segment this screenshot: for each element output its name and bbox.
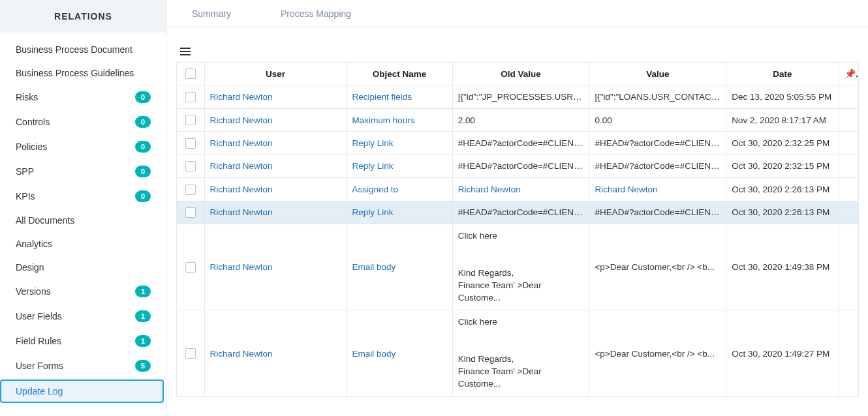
- sidebar-item-label: Business Process Guidelines: [16, 68, 134, 78]
- badge: 1: [135, 310, 151, 322]
- cell-old-value: Richard Newton: [452, 178, 589, 201]
- cell-value: <p>Dear Customer,<br /> <b...: [589, 310, 726, 396]
- row-checkbox[interactable]: [185, 138, 196, 149]
- sidebar-item-label: Versions: [16, 286, 51, 297]
- cell-object-name[interactable]: Reply Link: [347, 155, 452, 177]
- sidebar-item-label: User Forms: [16, 361, 63, 371]
- table-row[interactable]: Richard NewtonMaximum hours2.000.00Nov 2…: [177, 108, 859, 131]
- cell-object-name[interactable]: Recipient fields: [347, 85, 452, 108]
- sidebar-item-user-fields[interactable]: User Fields1: [0, 304, 166, 329]
- sidebar-item-label: Controls: [16, 117, 50, 127]
- cell-value: #HEAD#?actorCode=#CLIENT...: [589, 201, 726, 224]
- cell-value: #HEAD#?actorCode=#CLIENT...: [589, 155, 726, 177]
- row-checkbox-cell: [177, 224, 205, 310]
- sidebar-item-policies[interactable]: Policies0: [0, 134, 166, 159]
- table-row[interactable]: Richard NewtonEmail bodyClick here Kind …: [177, 310, 859, 396]
- row-checkbox-cell: [177, 108, 205, 131]
- sidebar-item-field-rules[interactable]: Field Rules1: [0, 329, 166, 353]
- badge: 0: [135, 116, 151, 128]
- cell-pin: [839, 201, 858, 224]
- header-pin[interactable]: 📌: [839, 63, 858, 85]
- cell-old-value: #HEAD#?actorCode=#CLIENT...: [452, 201, 589, 224]
- badge: 0: [135, 190, 151, 202]
- table-row[interactable]: Richard NewtonEmail bodyClick here Kind …: [177, 224, 859, 310]
- column-header-old-value[interactable]: Old Value: [452, 63, 589, 85]
- cell-user[interactable]: Richard Newton: [204, 224, 347, 310]
- sidebar-item-kpis[interactable]: KPIs0: [0, 184, 166, 209]
- column-header-object-name[interactable]: Object Name: [347, 63, 452, 85]
- row-checkbox[interactable]: [185, 262, 196, 273]
- row-checkbox[interactable]: [185, 92, 196, 102]
- badge: 0: [135, 91, 151, 103]
- sidebar-item-update-log[interactable]: Update Log: [0, 379, 164, 403]
- sidebar-item-versions[interactable]: Versions1: [0, 279, 166, 304]
- row-checkbox[interactable]: [185, 115, 196, 125]
- cell-value: 0.00: [589, 108, 726, 131]
- cell-user[interactable]: Richard Newton: [204, 155, 347, 177]
- sidebar-item-business-process-document[interactable]: Business Process Document: [0, 38, 166, 61]
- cell-pin: [839, 155, 858, 177]
- tab-process-mapping[interactable]: Process Mapping: [269, 1, 363, 27]
- sidebar-item-business-process-guidelines[interactable]: Business Process Guidelines: [0, 61, 166, 85]
- sidebar-items: Business Process DocumentBusiness Proces…: [0, 33, 166, 416]
- sidebar: RELATIONS Business Process DocumentBusin…: [0, 0, 167, 416]
- table-row[interactable]: Richard NewtonReply Link#HEAD#?actorCode…: [177, 132, 859, 155]
- select-all-checkbox[interactable]: [185, 68, 196, 79]
- cell-value: #HEAD#?actorCode=#CLIENT...: [589, 132, 726, 155]
- cell-date: Oct 30, 2020 2:32:15 PM: [726, 155, 839, 177]
- sidebar-item-analytics[interactable]: Analytics: [0, 232, 166, 256]
- sidebar-item-user-forms[interactable]: User Forms5: [0, 353, 166, 378]
- column-header-user[interactable]: User: [204, 63, 347, 85]
- cell-object-name[interactable]: Assigned to: [347, 178, 452, 201]
- column-header-value[interactable]: Value: [589, 63, 726, 85]
- sidebar-title: RELATIONS: [0, 0, 166, 33]
- cell-value: Richard Newton: [589, 178, 726, 201]
- row-checkbox-cell: [177, 310, 205, 396]
- sidebar-item-label: User Fields: [16, 311, 62, 321]
- sidebar-item-design[interactable]: Design: [0, 256, 166, 279]
- sidebar-item-risks[interactable]: Risks0: [0, 85, 166, 110]
- hamburger-icon[interactable]: [180, 48, 191, 55]
- badge: 0: [135, 141, 151, 153]
- cell-object-name[interactable]: Reply Link: [347, 201, 452, 224]
- cell-date: Oct 30, 2020 2:26:13 PM: [726, 201, 839, 224]
- table-row[interactable]: Richard NewtonAssigned toRichard NewtonR…: [177, 178, 859, 201]
- row-checkbox-cell: [177, 178, 205, 201]
- cell-old-value: 2.00: [452, 108, 589, 131]
- row-checkbox[interactable]: [185, 207, 196, 218]
- table-row[interactable]: Richard NewtonReply Link#HEAD#?actorCode…: [177, 155, 859, 177]
- row-checkbox[interactable]: [185, 348, 196, 359]
- table-row[interactable]: Richard NewtonRecipient fields[{"id":"JP…: [177, 85, 859, 108]
- table-row[interactable]: Richard NewtonReply Link#HEAD#?actorCode…: [177, 201, 859, 224]
- sidebar-item-spp[interactable]: SPP0: [0, 159, 166, 184]
- row-checkbox[interactable]: [185, 161, 196, 171]
- cell-date: Oct 30, 2020 2:26:13 PM: [726, 178, 839, 201]
- cell-old-value: Click here Kind Regards,Finance Team' >D…: [452, 224, 589, 310]
- sidebar-item-all-documents[interactable]: All Documents: [0, 209, 166, 232]
- row-checkbox-cell: [177, 155, 205, 177]
- tab-summary[interactable]: Summary: [180, 1, 243, 27]
- cell-date: Oct 30, 2020 1:49:38 PM: [726, 224, 839, 310]
- sidebar-item-controls[interactable]: Controls0: [0, 110, 166, 134]
- cell-object-name[interactable]: Reply Link: [347, 132, 452, 155]
- cell-object-name[interactable]: Maximum hours: [347, 108, 452, 131]
- cell-object-name[interactable]: Email body: [347, 310, 452, 396]
- cell-user[interactable]: Richard Newton: [204, 108, 347, 131]
- cell-object-name[interactable]: Email body: [347, 224, 452, 310]
- cell-old-value: Click here Kind Regards,Finance Team' >D…: [452, 310, 589, 396]
- column-header-date[interactable]: Date: [726, 63, 839, 85]
- cell-user[interactable]: Richard Newton: [204, 132, 347, 155]
- cell-user[interactable]: Richard Newton: [204, 85, 347, 108]
- badge: 0: [135, 166, 151, 177]
- cell-user[interactable]: Richard Newton: [204, 178, 347, 201]
- sidebar-item-label: Analytics: [16, 239, 52, 249]
- cell-pin: [839, 178, 858, 201]
- header-checkbox[interactable]: [177, 63, 205, 85]
- sidebar-item-label: Field Rules: [16, 336, 61, 346]
- cell-user[interactable]: Richard Newton: [204, 310, 347, 396]
- cell-value: <p>Dear Customer,<br /> <b...: [589, 224, 726, 310]
- row-checkbox[interactable]: [185, 185, 196, 195]
- sidebar-item-label: SPP: [16, 166, 34, 177]
- cell-user[interactable]: Richard Newton: [204, 201, 347, 224]
- row-checkbox-cell: [177, 201, 205, 224]
